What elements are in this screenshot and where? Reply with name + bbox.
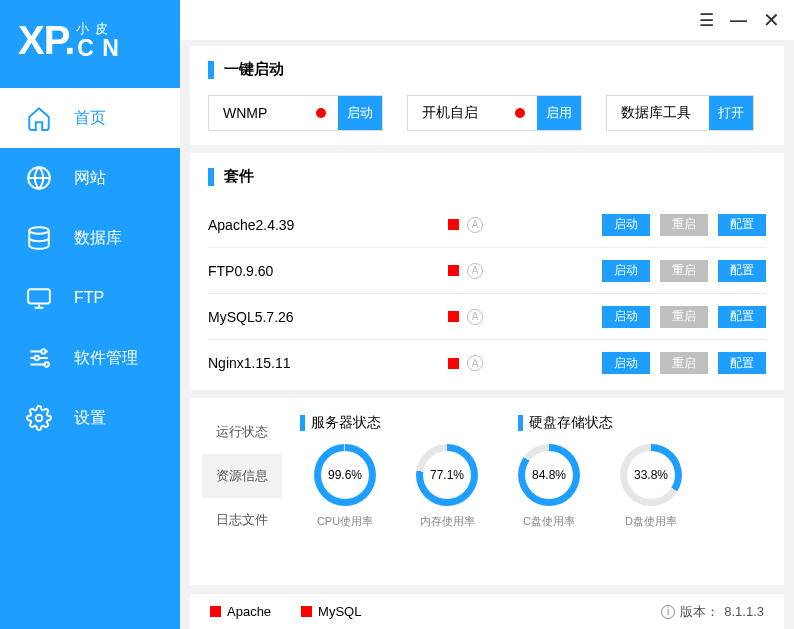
status-square-icon bbox=[448, 358, 459, 369]
footer-service-label: MySQL bbox=[318, 604, 361, 619]
restart-button[interactable]: 重启 bbox=[660, 352, 708, 374]
status-panel: 运行状态资源信息日志文件 服务器状态 硬盘存储状态 99.6%CPU使用率77.… bbox=[190, 398, 784, 585]
start-button[interactable]: 启动 bbox=[602, 306, 650, 328]
status-tab[interactable]: 运行状态 bbox=[202, 410, 282, 454]
close-icon[interactable]: ✕ bbox=[763, 10, 780, 30]
svg-point-5 bbox=[44, 362, 48, 366]
sidebar-item-label: 首页 bbox=[74, 108, 106, 129]
restart-button[interactable]: 重启 bbox=[660, 260, 708, 282]
gauge: 99.6%CPU使用率 bbox=[314, 444, 376, 529]
sidebar: XP. 小 皮 C N 首页网站数据库FTP软件管理设置 bbox=[0, 0, 180, 629]
gauge-label: CPU使用率 bbox=[317, 514, 373, 529]
footer: ApacheMySQL i 版本： 8.1.1.3 bbox=[190, 593, 784, 629]
config-button[interactable]: 配置 bbox=[718, 214, 766, 236]
svg-point-6 bbox=[36, 415, 43, 422]
restart-button[interactable]: 重启 bbox=[660, 306, 708, 328]
svg-point-4 bbox=[35, 356, 39, 360]
svg-rect-2 bbox=[28, 289, 50, 303]
gauge-ring-icon: 99.6% bbox=[314, 444, 376, 506]
gauge-ring-icon: 77.1% bbox=[416, 444, 478, 506]
section-title-suite: 套件 bbox=[208, 167, 766, 186]
status-head-label: 服务器状态 bbox=[311, 414, 381, 432]
gauge: 77.1%内存使用率 bbox=[416, 444, 478, 529]
blue-bar-icon bbox=[300, 415, 305, 431]
autostart-icon[interactable]: A bbox=[467, 355, 483, 371]
blue-bar-icon bbox=[518, 415, 523, 431]
footer-service: MySQL bbox=[301, 604, 361, 619]
status-tab[interactable]: 日志文件 bbox=[202, 498, 282, 542]
sidebar-item-globe[interactable]: 网站 bbox=[0, 148, 180, 208]
start-button[interactable]: 启动 bbox=[602, 260, 650, 282]
config-button[interactable]: 配置 bbox=[718, 306, 766, 328]
version-label: 版本： bbox=[680, 603, 719, 621]
suite-row: FTP0.9.60A启动重启配置 bbox=[208, 248, 766, 294]
gear-icon bbox=[26, 405, 52, 431]
suite-status: A bbox=[448, 355, 518, 371]
sidebar-item-label: 网站 bbox=[74, 168, 106, 189]
quick-start-panel: 一键启动 WNMP启动开机自启启用数据库工具打开 bbox=[190, 46, 784, 145]
monitor-icon bbox=[26, 285, 52, 311]
svg-point-1 bbox=[29, 227, 49, 234]
status-dot-icon bbox=[515, 108, 525, 118]
footer-service-label: Apache bbox=[227, 604, 271, 619]
sidebar-item-label: 软件管理 bbox=[74, 348, 138, 369]
section-title-quickstart: 一键启动 bbox=[208, 60, 766, 79]
menu-icon[interactable]: ☰ bbox=[699, 12, 714, 29]
version-value: 8.1.1.3 bbox=[724, 604, 764, 619]
suite-row: MySQL5.7.26A启动重启配置 bbox=[208, 294, 766, 340]
home-icon bbox=[26, 105, 52, 131]
main: ☰ — ✕ 一键启动 WNMP启动开机自启启用数据库工具打开 套件 Apache… bbox=[180, 0, 794, 629]
suite-status: A bbox=[448, 263, 518, 279]
gauge-value: 84.8% bbox=[525, 451, 573, 499]
config-button[interactable]: 配置 bbox=[718, 352, 766, 374]
sidebar-item-label: 数据库 bbox=[74, 228, 122, 249]
version[interactable]: i 版本： 8.1.1.3 bbox=[661, 603, 764, 621]
footer-service: Apache bbox=[210, 604, 271, 619]
gauges: 99.6%CPU使用率77.1%内存使用率84.8%C盘使用率33.8%D盘使用… bbox=[300, 444, 766, 529]
suite-status: A bbox=[448, 217, 518, 233]
autostart-icon[interactable]: A bbox=[467, 309, 483, 325]
quick-label: 数据库工具 bbox=[621, 104, 691, 122]
blue-bar-icon bbox=[208, 61, 214, 79]
status-heads: 服务器状态 硬盘存储状态 bbox=[300, 414, 766, 432]
sidebar-item-sliders[interactable]: 软件管理 bbox=[0, 328, 180, 388]
quick-box-2: 数据库工具打开 bbox=[606, 95, 754, 131]
status-dot-icon bbox=[316, 108, 326, 118]
quick-button[interactable]: 启用 bbox=[537, 96, 581, 130]
start-button[interactable]: 启动 bbox=[602, 352, 650, 374]
gauge-label: D盘使用率 bbox=[625, 514, 677, 529]
logo-main: XP. bbox=[18, 20, 74, 60]
status-head-server: 服务器状态 bbox=[300, 414, 518, 432]
quick-button[interactable]: 启动 bbox=[338, 96, 382, 130]
gauge-value: 77.1% bbox=[423, 451, 471, 499]
start-button[interactable]: 启动 bbox=[602, 214, 650, 236]
quick-button[interactable]: 打开 bbox=[709, 96, 753, 130]
suite-name: FTP0.9.60 bbox=[208, 263, 448, 279]
suite-row: Apache2.4.39A启动重启配置 bbox=[208, 202, 766, 248]
gauge: 33.8%D盘使用率 bbox=[620, 444, 682, 529]
status-tab[interactable]: 资源信息 bbox=[202, 454, 282, 498]
logo: XP. 小 皮 C N bbox=[0, 0, 180, 88]
sidebar-item-monitor[interactable]: FTP bbox=[0, 268, 180, 328]
minimize-icon[interactable]: — bbox=[730, 12, 747, 29]
suite-name: MySQL5.7.26 bbox=[208, 309, 448, 325]
config-button[interactable]: 配置 bbox=[718, 260, 766, 282]
status-square-icon bbox=[210, 606, 221, 617]
autostart-icon[interactable]: A bbox=[467, 217, 483, 233]
sidebar-item-database[interactable]: 数据库 bbox=[0, 208, 180, 268]
gauge-label: 内存使用率 bbox=[420, 514, 475, 529]
suite-row: Nginx1.15.11A启动重启配置 bbox=[208, 340, 766, 386]
gauge-label: C盘使用率 bbox=[523, 514, 575, 529]
sidebar-item-home[interactable]: 首页 bbox=[0, 88, 180, 148]
suite-panel: 套件 Apache2.4.39A启动重启配置FTP0.9.60A启动重启配置My… bbox=[190, 153, 784, 390]
status-body: 服务器状态 硬盘存储状态 99.6%CPU使用率77.1%内存使用率84.8%C… bbox=[282, 410, 784, 573]
autostart-icon[interactable]: A bbox=[467, 263, 483, 279]
sidebar-item-label: FTP bbox=[74, 289, 104, 307]
status-square-icon bbox=[448, 265, 459, 276]
sidebar-item-gear[interactable]: 设置 bbox=[0, 388, 180, 448]
gauge-ring-icon: 33.8% bbox=[620, 444, 682, 506]
restart-button[interactable]: 重启 bbox=[660, 214, 708, 236]
gauge: 84.8%C盘使用率 bbox=[518, 444, 580, 529]
suite-status: A bbox=[448, 309, 518, 325]
content: 一键启动 WNMP启动开机自启启用数据库工具打开 套件 Apache2.4.39… bbox=[180, 40, 794, 629]
